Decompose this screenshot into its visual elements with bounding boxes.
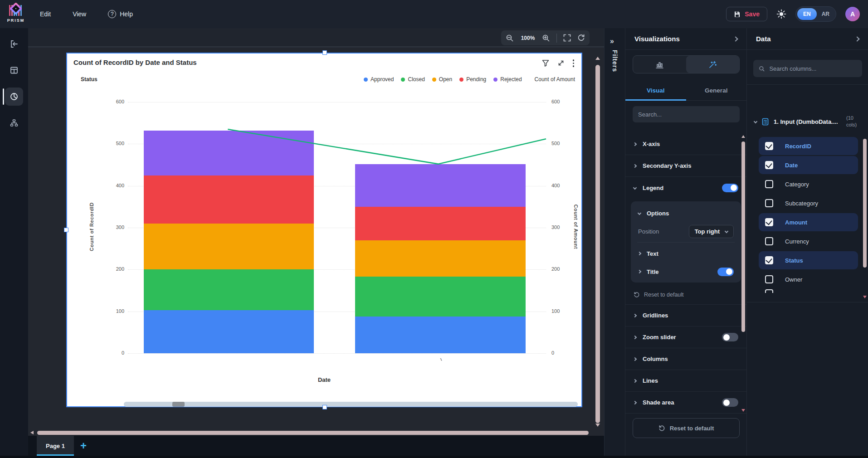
- section-legend[interactable]: Legend: [625, 177, 746, 199]
- section-lines[interactable]: Lines: [625, 370, 746, 392]
- chart-menu-button[interactable]: [573, 59, 575, 67]
- avatar[interactable]: A: [845, 7, 860, 21]
- lang-en-option[interactable]: EN: [797, 8, 817, 20]
- filters-collapsed-panel[interactable]: » Filters: [604, 28, 625, 458]
- chart-type-segment[interactable]: [633, 56, 686, 73]
- data-panel-scroll-thumb[interactable]: [863, 139, 867, 268]
- prism-logo[interactable]: PRISM: [4, 1, 28, 27]
- scroll-up-arrow[interactable]: [595, 57, 600, 60]
- canvas-hscroll-thumb[interactable]: [37, 431, 589, 435]
- sidebar-item-hierarchy[interactable]: [0, 112, 28, 133]
- canvas-vscroll-thumb[interactable]: [595, 65, 600, 423]
- save-button[interactable]: Save: [726, 7, 767, 21]
- page-tab-1[interactable]: Page 1: [37, 436, 74, 456]
- section-columns[interactable]: Columns: [625, 348, 746, 370]
- tree-expand-icon[interactable]: [754, 120, 757, 123]
- zoom-in-button[interactable]: [542, 34, 550, 42]
- section-gridlines[interactable]: Gridlines: [625, 305, 746, 326]
- legend-item-closed[interactable]: Closed: [401, 76, 424, 83]
- column-checkbox[interactable]: [765, 218, 773, 226]
- column-row-partial[interactable]: [759, 289, 858, 293]
- column-row-owner[interactable]: Owner: [759, 270, 858, 288]
- zoom-out-button[interactable]: [506, 34, 514, 42]
- legend-reset-link[interactable]: Reset to default: [625, 286, 746, 304]
- chart-widget[interactable]: Count of RecordID by Date and Status Sta…: [66, 53, 582, 407]
- fullscreen-button[interactable]: [563, 34, 571, 42]
- legend-item-rejected[interactable]: Rejected: [493, 76, 522, 83]
- menu-help[interactable]: ? Help: [108, 10, 133, 18]
- sidebar-item-collapse[interactable]: [0, 34, 28, 54]
- legend-position-select[interactable]: Top right: [689, 225, 734, 238]
- sidebar-item-table-view[interactable]: [0, 60, 28, 81]
- column-checkbox[interactable]: [765, 275, 773, 283]
- visual-panel-scrollbar[interactable]: [741, 133, 746, 415]
- column-checkbox[interactable]: [765, 180, 773, 188]
- legend-title-toggle[interactable]: [717, 268, 734, 276]
- lang-ar-option[interactable]: AR: [817, 8, 834, 20]
- column-checkbox[interactable]: [765, 237, 773, 245]
- data-search[interactable]: [753, 60, 862, 77]
- data-source-node[interactable]: 1. Input (DumboData.... (10 cols): [747, 109, 868, 134]
- legend-item-count-of-amount[interactable]: Count of Amount: [535, 76, 575, 83]
- theme-toggle-button[interactable]: [776, 9, 786, 19]
- add-page-button[interactable]: +: [73, 436, 93, 456]
- menu-edit[interactable]: Edit: [40, 10, 51, 18]
- column-row-recordid[interactable]: RecordID: [759, 137, 858, 155]
- canvas-vertical-scrollbar[interactable]: [595, 49, 600, 427]
- data-search-input[interactable]: [769, 65, 857, 72]
- section-markers[interactable]: Markers: [625, 414, 746, 415]
- report-canvas[interactable]: Count of RecordID by Date and Status Sta…: [28, 48, 604, 430]
- chart-expand-button[interactable]: [557, 59, 565, 67]
- reset-to-default-button[interactable]: Reset to default: [633, 418, 740, 438]
- menu-view[interactable]: View: [73, 10, 86, 18]
- column-checkbox[interactable]: [765, 199, 773, 207]
- tab-visual[interactable]: Visual: [625, 81, 686, 100]
- column-row-status[interactable]: Status: [759, 251, 858, 269]
- format-segment[interactable]: [686, 56, 739, 73]
- visual-search-input[interactable]: [638, 111, 734, 118]
- section-x-axis[interactable]: X-axis: [625, 133, 746, 155]
- resize-handle-left[interactable]: [64, 228, 68, 232]
- y-tick-left: 0: [107, 350, 124, 356]
- legend-item-approved[interactable]: Approved: [364, 76, 394, 83]
- column-row-amount[interactable]: Amount: [759, 213, 858, 231]
- chart-zoom-scrollbar-thumb[interactable]: [172, 402, 185, 407]
- section-shade-area[interactable]: Shade area: [625, 392, 746, 414]
- column-checkbox[interactable]: [765, 256, 773, 264]
- filters-tab-label[interactable]: Filters: [611, 50, 619, 72]
- column-checkbox[interactable]: [765, 142, 773, 150]
- language-toggle[interactable]: EN AR: [795, 6, 836, 22]
- chart-filter-button[interactable]: [542, 59, 549, 67]
- collapse-data-icon[interactable]: [854, 36, 859, 41]
- resize-handle-top[interactable]: [322, 50, 327, 55]
- column-row-subcategory[interactable]: Subcategory: [759, 194, 858, 212]
- column-row-category[interactable]: Category: [759, 175, 858, 193]
- y-tick-right: 600: [551, 99, 569, 104]
- legend-title-section[interactable]: Title: [631, 263, 741, 281]
- visual-search[interactable]: [633, 106, 740, 122]
- reset-view-button[interactable]: [577, 34, 585, 42]
- legend-item-open[interactable]: Open: [432, 76, 452, 83]
- column-checkbox[interactable]: [765, 161, 773, 169]
- scroll-left-arrow[interactable]: [30, 431, 34, 434]
- zoom-slider-toggle[interactable]: [722, 333, 738, 341]
- legend-toggle[interactable]: [722, 184, 738, 192]
- collapse-visualizations-icon[interactable]: [733, 36, 738, 41]
- section-secondary-y-axis[interactable]: Secondary Y-axis: [625, 155, 746, 177]
- chart-zoom-scrollbar[interactable]: [124, 402, 578, 407]
- shade-area-toggle[interactable]: [722, 398, 738, 407]
- expand-filters-icon[interactable]: »: [610, 37, 614, 45]
- visual-panel-scroll-thumb[interactable]: [741, 141, 745, 332]
- data-panel-scrollbar[interactable]: [863, 110, 867, 305]
- scroll-down-arrow[interactable]: [595, 424, 600, 427]
- section-zoom-slider[interactable]: Zoom slider: [625, 326, 746, 348]
- column-row-date[interactable]: Date: [759, 156, 858, 174]
- column-row-currency[interactable]: Currency: [759, 232, 858, 250]
- legend-options-header[interactable]: Options: [631, 204, 741, 222]
- resize-handle-bottom[interactable]: [322, 405, 327, 409]
- sidebar-item-charts[interactable]: [0, 86, 28, 107]
- legend-item-pending[interactable]: Pending: [459, 76, 486, 83]
- tab-general[interactable]: General: [686, 81, 747, 100]
- legend-text-section[interactable]: Text: [631, 244, 741, 263]
- canvas-horizontal-scrollbar[interactable]: [28, 430, 604, 436]
